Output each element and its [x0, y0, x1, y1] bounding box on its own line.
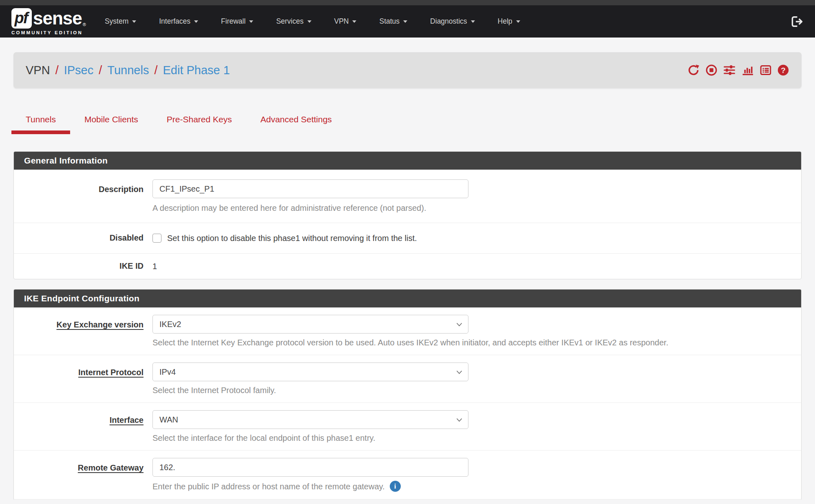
nav-item-label: Firewall — [221, 17, 245, 26]
nav-item-firewall[interactable]: Firewall — [221, 17, 253, 26]
description-input[interactable] — [152, 179, 468, 198]
registered-mark: ® — [83, 22, 86, 27]
breadcrumb-actions: ? — [687, 64, 789, 76]
tab-advanced-settings[interactable]: Advanced Settings — [246, 107, 346, 134]
breadcrumb-separator: / — [99, 64, 102, 77]
nav-item-vpn[interactable]: VPN — [334, 17, 357, 26]
log-icon[interactable] — [760, 64, 772, 76]
caret-down-icon — [352, 20, 356, 23]
internet-protocol-select[interactable]: IPv4 — [152, 363, 468, 381]
caret-down-icon — [516, 20, 520, 23]
internet-protocol-help: Select the Internet Protocol family. — [152, 385, 801, 395]
breadcrumb-edit-phase-1[interactable]: Edit Phase 1 — [163, 64, 230, 77]
row-description: Description A description may be entered… — [14, 170, 801, 223]
nav-item-label: Services — [276, 17, 303, 26]
svg-text:?: ? — [781, 66, 786, 75]
disabled-checkbox-line: Set this option to disable this phase1 w… — [152, 233, 801, 243]
interface-select-wrap: WAN — [152, 410, 468, 429]
sign-out-icon[interactable] — [791, 16, 804, 27]
breadcrumb-separator: / — [154, 64, 157, 77]
breadcrumb-separator: / — [55, 64, 59, 77]
internet-protocol-label[interactable]: Internet Protocol — [14, 363, 152, 395]
remote-gateway-control: Enter the public IP address or host name… — [152, 458, 801, 492]
interface-label[interactable]: Interface — [14, 410, 152, 443]
nav-item-services[interactable]: Services — [276, 17, 311, 26]
pfsense-logo-wordmark: pf sense ® — [11, 8, 86, 29]
help-icon[interactable]: ? — [777, 64, 789, 76]
info-icon[interactable]: i — [390, 481, 401, 492]
caret-down-icon — [307, 20, 311, 23]
nav-item-status[interactable]: Status — [379, 17, 407, 26]
interface-control: WAN Select the interface for the local e… — [152, 410, 801, 443]
nav-item-label: Interfaces — [159, 17, 190, 26]
breadcrumb-vpn: VPN — [26, 64, 50, 77]
nav-menu: System Interfaces Firewall Services VPN … — [105, 17, 520, 26]
interface-select[interactable]: WAN — [152, 410, 468, 429]
breadcrumb-tunnels[interactable]: Tunnels — [107, 64, 149, 77]
remote-gateway-help: Enter the public IP address or host name… — [152, 481, 801, 492]
pf-logo-tile: pf — [11, 8, 32, 29]
caret-down-icon — [249, 20, 253, 23]
ike-id-value: 1 — [152, 262, 157, 271]
brand-name: sense — [33, 9, 82, 27]
remote-gateway-help-text: Enter the public IP address or host name… — [152, 482, 385, 491]
nav-item-interfaces[interactable]: Interfaces — [159, 17, 198, 26]
nav-item-label: Status — [379, 17, 400, 26]
row-key-exchange: Key Exchange version IKEv2 Select the In… — [14, 307, 801, 355]
key-exchange-select[interactable]: IKEv2 — [152, 315, 468, 334]
key-exchange-label[interactable]: Key Exchange version — [14, 315, 152, 347]
sliders-icon[interactable] — [723, 64, 736, 76]
remote-gateway-input[interactable] — [152, 458, 468, 477]
description-help: A description may be entered here for ad… — [152, 203, 801, 213]
chart-bar-icon[interactable] — [741, 64, 754, 76]
row-ike-id: IKE ID 1 — [14, 254, 801, 279]
tab-mobile-clients[interactable]: Mobile Clients — [70, 107, 152, 134]
tab-pre-shared-keys[interactable]: Pre-Shared Keys — [152, 107, 246, 134]
row-internet-protocol: Internet Protocol IPv4 Select the Intern… — [14, 355, 801, 403]
nav-item-label: Help — [498, 17, 512, 26]
nav-item-label: Diagnostics — [430, 17, 467, 26]
nav-item-label: System — [105, 17, 128, 26]
interface-help: Select the interface for the local endpo… — [152, 433, 801, 443]
stop-icon[interactable] — [705, 64, 718, 76]
nav-item-diagnostics[interactable]: Diagnostics — [430, 17, 475, 26]
refresh-icon[interactable] — [687, 64, 700, 76]
tab-tunnels[interactable]: Tunnels — [11, 107, 70, 134]
ike-id-label: IKE ID — [14, 261, 152, 272]
remote-gateway-label[interactable]: Remote Gateway — [14, 458, 152, 492]
breadcrumb: VPN / IPsec / Tunnels / Edit Phase 1 — [26, 64, 230, 77]
description-label: Description — [14, 179, 152, 213]
key-exchange-control: IKEv2 Select the Internet Key Exchange p… — [152, 315, 801, 347]
caret-down-icon — [471, 20, 475, 23]
caret-down-icon — [194, 20, 198, 23]
key-exchange-select-wrap: IKEv2 — [152, 315, 468, 334]
panel-general-title: General Information — [14, 152, 801, 170]
top-strip — [0, 0, 815, 5]
key-exchange-help: Select the Internet Key Exchange protoco… — [152, 338, 801, 347]
disabled-checkbox[interactable] — [152, 234, 161, 243]
nav-item-system[interactable]: System — [105, 17, 136, 26]
internet-protocol-control: IPv4 Select the Internet Protocol family… — [152, 363, 801, 395]
nav-item-help[interactable]: Help — [498, 17, 520, 26]
ike-id-control: 1 — [152, 261, 801, 272]
row-remote-gateway: Remote Gateway Enter the public IP addre… — [14, 451, 801, 500]
disabled-control: Set this option to disable this phase1 w… — [152, 233, 801, 243]
panel-general-information: General Information Description A descri… — [13, 151, 802, 279]
breadcrumb-bar: VPN / IPsec / Tunnels / Edit Phase 1 — [13, 52, 802, 88]
row-interface: Interface WAN Select the interface for t… — [14, 403, 801, 451]
disabled-label: Disabled — [14, 233, 152, 243]
tab-bar: Tunnels Mobile Clients Pre-Shared Keys A… — [11, 107, 815, 134]
row-disabled: Disabled Set this option to disable this… — [14, 223, 801, 254]
caret-down-icon — [403, 20, 407, 23]
caret-down-icon — [132, 20, 136, 23]
edition-label: COMMUNITY EDITION — [11, 30, 86, 35]
main-navbar: pf sense ® COMMUNITY EDITION System Inte… — [0, 5, 815, 38]
panel-ike-endpoint: IKE Endpoint Configuration Key Exchange … — [13, 289, 802, 500]
nav-item-label: VPN — [334, 17, 349, 26]
panel-ike-title: IKE Endpoint Configuration — [14, 290, 801, 307]
breadcrumb-ipsec[interactable]: IPsec — [64, 64, 94, 77]
description-control: A description may be entered here for ad… — [152, 179, 801, 213]
pfsense-logo[interactable]: pf sense ® COMMUNITY EDITION — [11, 8, 86, 35]
disabled-checkbox-text: Set this option to disable this phase1 w… — [167, 233, 417, 243]
internet-protocol-select-wrap: IPv4 — [152, 363, 468, 381]
